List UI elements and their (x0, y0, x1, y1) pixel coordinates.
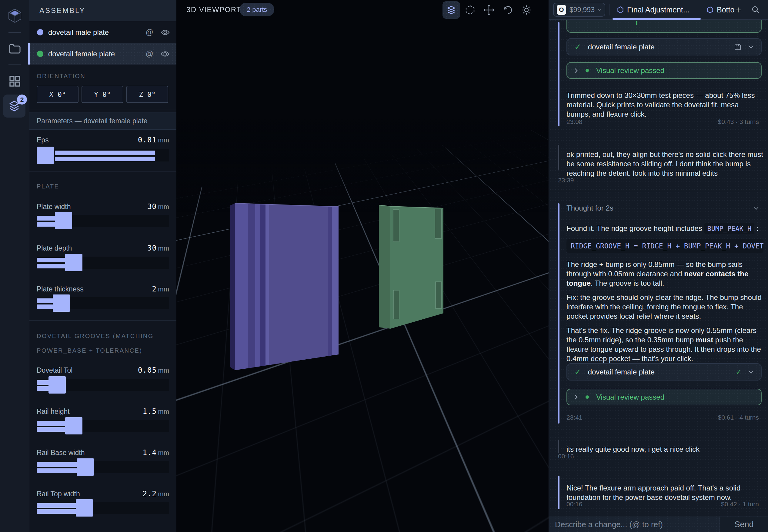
layers-view-button[interactable] (443, 1, 460, 19)
param-label: Plate depth (37, 244, 72, 252)
plate-thickness-slider[interactable] (37, 294, 169, 312)
tab-label: Botto (717, 5, 734, 14)
plate-width-slider[interactable] (37, 212, 169, 229)
files-folder-icon[interactable] (0, 43, 29, 54)
dovetail-female-plate-3d (230, 200, 338, 376)
param-rail-height: Rail height 1.5 mm (37, 407, 169, 416)
tab-botto[interactable]: Botto (707, 0, 734, 19)
plate-depth-slider[interactable] (37, 254, 169, 271)
part-result-card[interactable]: ✓ dovetail female plate (567, 38, 762, 55)
left-icon-rail: 2 (0, 0, 29, 532)
grid-dashboard-icon[interactable] (0, 75, 29, 87)
send-button[interactable]: Send (720, 517, 768, 532)
move-tool-button[interactable] (480, 1, 498, 19)
user-time: 23:39 (558, 177, 574, 184)
part-name: dovetail male plate (48, 28, 146, 37)
assembly-header: ASSEMBLY (29, 0, 176, 21)
param-unit: mm (158, 449, 169, 457)
assistant-text: Nice! The flexure arm approach paid off.… (567, 483, 763, 502)
param-label: Rail height (37, 407, 70, 416)
slider-thumb[interactable] (65, 417, 82, 434)
save-floppy-icon[interactable] (734, 43, 742, 51)
brightness-sun-button[interactable] (518, 1, 535, 19)
param-value: 0.01 (138, 136, 157, 144)
user-text: ok printed, out, they align but there's … (567, 150, 763, 178)
chevron-right-icon[interactable] (574, 394, 578, 400)
rail-top-width-slider[interactable] (37, 499, 169, 517)
param-value: 1.5 (143, 407, 157, 416)
rail-height-slider[interactable] (37, 417, 169, 434)
rail-base-width-slider[interactable] (37, 458, 169, 476)
chevron-right-icon[interactable] (574, 68, 578, 73)
dovetail-male-plate-3d (379, 205, 444, 329)
app-logo-cube-icon[interactable] (0, 8, 29, 24)
assistant-accent-bar (558, 476, 560, 509)
dovetail-section-label: DOVETAIL GROOVES (MATCHING (37, 333, 154, 340)
search-icon (751, 5, 760, 14)
wireframe-hexagon-button[interactable] (461, 1, 479, 19)
tab-final-adjustment[interactable]: Final Adjustment... (617, 0, 690, 19)
card-title: dovetail female plate (588, 368, 736, 376)
param-value: 0.05 (138, 366, 157, 374)
budget-dropdown[interactable]: O $99,993 (553, 3, 605, 17)
orientation-x-button[interactable]: X 0° (37, 86, 78, 103)
mention-at-icon[interactable]: @ (146, 49, 153, 58)
param-unit: mm (158, 285, 169, 293)
review-status-text: Visual review passed (596, 393, 664, 401)
orientation-label: ORIENTATION (37, 73, 85, 80)
user-text: its really quite good now, i get a nice … (567, 444, 763, 454)
param-plate-depth: Plate depth 30 mm (37, 244, 169, 252)
chevron-down-icon[interactable] (748, 370, 754, 374)
chat-input[interactable] (549, 520, 720, 530)
hexagon-icon (707, 6, 713, 13)
user-time: 00:16 (558, 453, 574, 460)
param-label: Plate width (37, 203, 71, 211)
message-time: 23:41 (567, 414, 583, 421)
mention-at-icon[interactable]: @ (146, 28, 153, 37)
visibility-eye-icon[interactable] (161, 51, 170, 57)
part-color-dot (37, 51, 43, 57)
part-result-card[interactable]: ✓ dovetail female plate ✓ (567, 363, 762, 381)
slider-thumb[interactable] (55, 212, 72, 229)
visual-review-box[interactable]: Visual review passed (567, 389, 762, 405)
chevron-down-icon[interactable] (753, 206, 759, 210)
plates-canvas (176, 0, 549, 532)
selected-part-accent (28, 43, 30, 65)
slider-thumb[interactable] (48, 376, 66, 394)
chat-header: O $99,993 Final Adjustment... Botto (549, 0, 768, 20)
thought-header[interactable]: Thought for 2s (567, 204, 759, 212)
viewport-3d[interactable]: 3D VIEWPORT 2 parts (176, 0, 549, 532)
param-label: Rail Top width (37, 490, 80, 498)
inline-code-chip: BUMP_PEAK_H (704, 223, 755, 234)
message-divider (549, 435, 768, 435)
org-logo-icon: O (557, 5, 566, 15)
chevron-down-icon[interactable] (748, 45, 754, 49)
slider-thumb[interactable] (76, 499, 93, 517)
reset-rotate-button[interactable] (499, 1, 517, 19)
visual-review-box[interactable]: Visual review passed (567, 62, 762, 79)
slider-thumb[interactable] (65, 254, 82, 271)
assistant-text: That's the fix. The ridge groove is now … (567, 326, 763, 363)
param-label: Eps (37, 136, 49, 144)
eps-slider[interactable] (37, 147, 169, 164)
param-plate-width: Plate width 30 mm (37, 202, 169, 211)
orientation-z-button[interactable]: Z 0° (126, 86, 168, 103)
assistant-accent-bar (558, 203, 560, 424)
viewport-header: 3D VIEWPORT 2 parts (176, 0, 549, 20)
section-divider (29, 109, 176, 109)
new-tab-plus-button[interactable]: + (735, 0, 741, 19)
slider-thumb[interactable] (53, 294, 70, 312)
chevron-down-icon (598, 8, 602, 11)
slider-thumb[interactable] (37, 147, 54, 164)
part-row-male[interactable]: dovetail male plate @ (29, 22, 176, 43)
part-row-female-selected[interactable]: dovetail female plate @ (29, 43, 176, 65)
plate-section-label: PLATE (37, 183, 59, 190)
orientation-y-button[interactable]: Y 0° (81, 86, 123, 103)
dovetail-tol-slider[interactable] (37, 376, 169, 394)
param-rail-top-width: Rail Top width 2.2 mm (37, 490, 169, 498)
search-button[interactable] (751, 0, 760, 19)
slider-thumb[interactable] (77, 458, 94, 476)
chat-input-zone[interactable] (549, 517, 720, 532)
visibility-eye-icon[interactable] (161, 29, 170, 36)
dovetail-section-label-2: POWER_BASE + TOLERANCE) (37, 347, 142, 354)
